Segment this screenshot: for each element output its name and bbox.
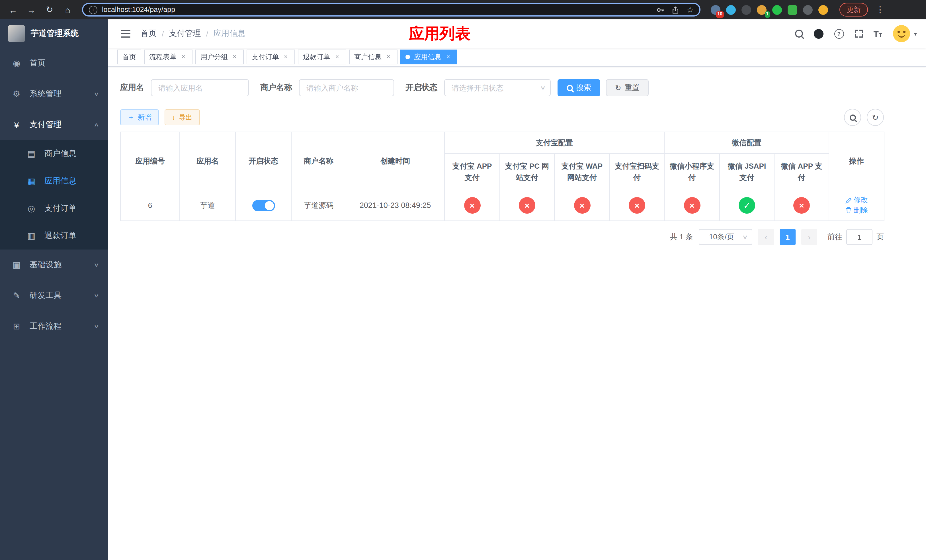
extension-icon-1[interactable]: 10	[711, 5, 720, 15]
status-select[interactable]	[444, 79, 551, 96]
sidebar-item-workflow[interactable]: ⊞ 工作流程 ∨	[0, 311, 108, 342]
breadcrumb-item-current: 应用信息	[213, 29, 245, 39]
sidebar-item-merchant-info[interactable]: ▤ 商户信息	[0, 140, 108, 168]
browser-menu-icon[interactable]: ⋮	[876, 5, 884, 15]
extension-icon-5[interactable]	[772, 5, 782, 15]
tab-close-icon[interactable]: ×	[384, 53, 392, 61]
pencil-icon	[845, 197, 852, 204]
back-icon[interactable]: ←	[6, 2, 21, 17]
sidebar-item-devtools[interactable]: ✎ 研发工具 ∨	[0, 280, 108, 311]
font-size-icon[interactable]: TT	[873, 29, 882, 38]
sidebar-item-payment[interactable]: ¥ 支付管理 ∧	[0, 109, 108, 140]
breadcrumb-item-home[interactable]: 首页	[141, 29, 157, 39]
sidebar-item-app-info[interactable]: ▦ 应用信息	[0, 168, 108, 195]
tab-refund-orders[interactable]: 退款订单×	[298, 50, 346, 64]
extension-icon-6[interactable]	[788, 5, 797, 15]
search-button[interactable]: 搜索	[558, 79, 600, 96]
export-button[interactable]: ↓ 导出	[165, 109, 200, 125]
search-icon	[849, 114, 856, 121]
tab-app-info[interactable]: 应用信息×	[400, 50, 457, 64]
col-header-actions: 操作	[829, 132, 884, 190]
workflow-icon: ⊞	[11, 321, 22, 331]
reload-icon[interactable]: ↻	[42, 2, 57, 17]
tab-merchant-info[interactable]: 商户信息×	[349, 50, 398, 64]
extension-icon-8[interactable]	[819, 5, 828, 15]
wechat-app-status-icon	[793, 197, 810, 213]
extension-icon-2[interactable]	[726, 5, 736, 15]
sidebar-item-label: 支付订单	[44, 203, 76, 213]
chevron-down-icon[interactable]: ▾	[914, 30, 917, 37]
search-icon[interactable]	[795, 30, 803, 38]
download-icon: ↓	[172, 114, 176, 121]
goto-unit: 页	[876, 232, 884, 242]
status-label: 开启状态	[406, 83, 437, 93]
cell-alipay-wap	[554, 190, 610, 221]
cell-created: 2021-10-23 08:49:25	[346, 190, 445, 221]
fullscreen-icon[interactable]	[855, 30, 862, 38]
extension-icon-7[interactable]	[803, 5, 813, 15]
tab-close-icon[interactable]: ×	[444, 53, 452, 61]
tab-pay-orders[interactable]: 支付订单×	[247, 50, 295, 64]
reset-button[interactable]: ↻ 重置	[606, 79, 649, 96]
forward-icon[interactable]: →	[24, 2, 39, 17]
tab-user-group[interactable]: 用户分组×	[195, 50, 244, 64]
toggle-search-button[interactable]	[844, 109, 861, 126]
goto-page-input[interactable]	[846, 229, 873, 245]
collapse-menu-icon[interactable]	[121, 30, 130, 37]
col-header-created: 创建时间	[346, 132, 445, 190]
browser-update-button[interactable]: 更新	[840, 3, 868, 17]
edit-button[interactable]: 修改	[845, 195, 868, 205]
page-size-select[interactable]: 10条/页 ∨	[699, 229, 752, 245]
breadcrumb-item-payment[interactable]: 支付管理	[169, 29, 201, 39]
delete-button[interactable]: 删除	[845, 205, 868, 215]
yen-icon: ¥	[11, 120, 22, 130]
tab-close-icon[interactable]: ×	[333, 53, 341, 61]
password-key-icon[interactable]	[656, 5, 665, 14]
tab-close-icon[interactable]: ×	[282, 53, 290, 61]
tags-view-bar: 首页 流程表单× 用户分组× 支付订单× 退款订单× 商户信息× 应用信息×	[108, 48, 926, 67]
sidebar-item-pay-orders[interactable]: ◎ 支付订单	[0, 195, 108, 222]
page-number-1[interactable]: 1	[780, 229, 796, 245]
group-header-alipay: 支付宝配置	[445, 132, 664, 153]
grid-icon: ▦	[26, 176, 36, 186]
bookmark-star-icon[interactable]: ☆	[687, 5, 694, 14]
app-name-input[interactable]	[151, 79, 249, 96]
cell-wx-jsapi	[720, 190, 774, 221]
next-page-button[interactable]: ›	[801, 229, 817, 245]
sidebar-item-refund-orders[interactable]: ▥ 退款订单	[0, 222, 108, 250]
extension-icon-4[interactable]: 1	[757, 5, 767, 15]
payment-submenu: ▤ 商户信息 ▦ 应用信息 ◎ 支付订单 ▥ 退款订单	[0, 140, 108, 250]
add-button[interactable]: ＋ 新增	[120, 109, 159, 125]
prev-page-button[interactable]: ‹	[758, 229, 774, 245]
sidebar-item-infra[interactable]: ▣ 基础设施 ∨	[0, 250, 108, 280]
chevron-down-icon: ∨	[94, 293, 100, 298]
sidebar-item-system[interactable]: ⚙ 系统管理 ∨	[0, 79, 108, 109]
status-toggle[interactable]	[252, 200, 275, 211]
site-info-icon[interactable]: i	[89, 5, 97, 14]
tab-close-icon[interactable]: ×	[179, 53, 188, 61]
app-logo	[8, 25, 25, 42]
github-icon[interactable]	[814, 29, 823, 38]
extension-badge: 1	[764, 11, 770, 17]
alipay-app-status-icon	[464, 197, 480, 213]
cell-wx-app	[774, 190, 829, 221]
share-icon[interactable]	[672, 5, 680, 14]
merchant-name-input[interactable]	[299, 79, 394, 96]
page-content: 应用名 商户名称 开启状态 ∨	[108, 67, 926, 560]
home-icon[interactable]: ⌂	[61, 2, 75, 17]
help-icon[interactable]: ?	[834, 29, 844, 38]
breadcrumb-separator: /	[206, 29, 209, 38]
tab-close-icon[interactable]: ×	[231, 53, 239, 61]
chevron-down-icon: ∨	[94, 262, 100, 268]
refresh-table-button[interactable]: ↻	[867, 109, 884, 126]
extension-icon-3[interactable]	[741, 5, 751, 15]
user-avatar[interactable]	[893, 25, 910, 42]
plus-icon: ＋	[127, 112, 135, 122]
tab-process-form[interactable]: 流程表单×	[144, 50, 192, 64]
sidebar-item-label: 系统管理	[30, 89, 62, 99]
address-bar[interactable]: i localhost:1024/pay/app ☆	[82, 3, 701, 17]
sidebar-item-home[interactable]: ◉ 首页	[0, 48, 108, 79]
chevron-down-icon: ∨	[94, 91, 100, 97]
tab-home[interactable]: 首页	[117, 50, 141, 64]
app-logo-row: 芋道管理系统	[0, 20, 108, 48]
